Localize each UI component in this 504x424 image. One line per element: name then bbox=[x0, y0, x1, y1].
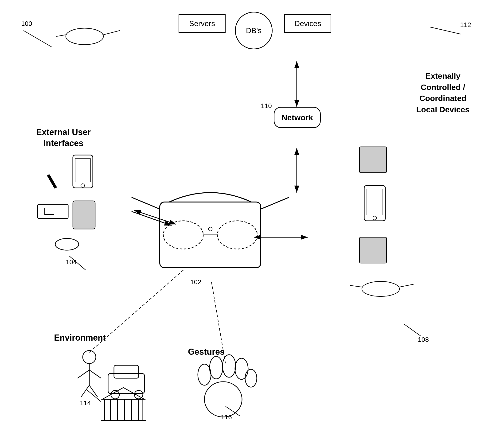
diagram: 100 Servers DB's Devices 112 Network 110… bbox=[0, 0, 504, 424]
svg-point-67 bbox=[208, 227, 212, 231]
svg-point-63 bbox=[217, 221, 257, 249]
svg-line-65 bbox=[132, 197, 160, 209]
devices-box: Devices bbox=[284, 14, 331, 33]
svg-line-41 bbox=[81, 385, 89, 397]
environment-label: Environment bbox=[54, 332, 106, 343]
svg-line-4 bbox=[24, 31, 52, 47]
svg-rect-26 bbox=[45, 208, 54, 214]
svg-point-56 bbox=[198, 364, 211, 385]
svg-line-7 bbox=[57, 35, 66, 36]
svg-marker-53 bbox=[102, 388, 145, 399]
ref-110: 110 bbox=[261, 102, 272, 110]
svg-point-59 bbox=[235, 358, 248, 379]
svg-rect-21 bbox=[47, 174, 57, 189]
svg-rect-44 bbox=[114, 365, 139, 378]
svg-point-28 bbox=[55, 238, 79, 250]
ref-116: 116 bbox=[221, 413, 232, 421]
svg-line-66 bbox=[261, 197, 289, 209]
svg-line-12 bbox=[132, 212, 171, 225]
gestures-label: Gestures bbox=[188, 346, 225, 357]
ref-112: 112 bbox=[460, 21, 471, 29]
svg-point-57 bbox=[210, 356, 223, 379]
ref-114: 114 bbox=[80, 399, 91, 407]
ref-104: 104 bbox=[66, 258, 77, 266]
svg-rect-30 bbox=[364, 186, 385, 221]
ref-108: 108 bbox=[418, 336, 429, 343]
ref-100: 100 bbox=[21, 20, 32, 27]
dbs-circle: DB's bbox=[235, 12, 273, 49]
svg-rect-31 bbox=[367, 189, 383, 215]
svg-point-37 bbox=[83, 350, 96, 364]
svg-rect-47 bbox=[105, 399, 142, 420]
svg-rect-23 bbox=[75, 159, 90, 182]
svg-point-60 bbox=[245, 369, 257, 387]
svg-line-6 bbox=[103, 31, 120, 35]
network-box: Network bbox=[274, 107, 321, 128]
svg-point-46 bbox=[134, 390, 143, 399]
svg-rect-33 bbox=[359, 237, 386, 263]
svg-line-42 bbox=[89, 385, 98, 397]
svg-point-5 bbox=[66, 28, 103, 45]
external-ui-label: External User Interfaces bbox=[19, 127, 108, 149]
svg-line-14 bbox=[134, 210, 176, 224]
svg-rect-61 bbox=[160, 202, 261, 268]
svg-point-32 bbox=[373, 216, 377, 220]
svg-point-58 bbox=[222, 355, 236, 377]
svg-point-62 bbox=[163, 221, 203, 249]
svg-point-45 bbox=[111, 390, 119, 399]
svg-line-20 bbox=[404, 324, 421, 336]
svg-line-10 bbox=[430, 27, 460, 34]
externally-controlled-label: ExtenallyControlled /CoordinatedLocal De… bbox=[405, 70, 480, 115]
svg-rect-29 bbox=[359, 147, 386, 173]
svg-line-35 bbox=[399, 284, 414, 287]
svg-point-24 bbox=[81, 184, 85, 187]
svg-line-13 bbox=[132, 212, 171, 225]
svg-point-55 bbox=[204, 382, 242, 417]
svg-line-39 bbox=[77, 370, 89, 378]
svg-line-36 bbox=[350, 285, 362, 287]
servers-box: Servers bbox=[179, 14, 226, 33]
svg-rect-22 bbox=[73, 155, 93, 188]
svg-rect-43 bbox=[108, 374, 145, 393]
svg-line-40 bbox=[89, 370, 101, 378]
svg-rect-25 bbox=[38, 204, 68, 218]
diagram-svg bbox=[0, 0, 504, 424]
ref-102: 102 bbox=[190, 278, 201, 286]
svg-point-34 bbox=[362, 281, 399, 296]
svg-rect-27 bbox=[73, 201, 95, 229]
